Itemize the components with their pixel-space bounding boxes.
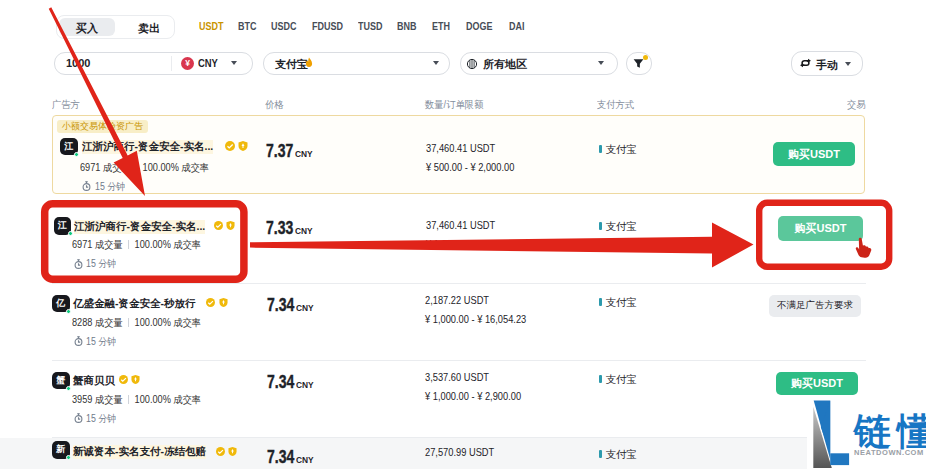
svg-text:NEATDOWN.COM: NEATDOWN.COM xyxy=(854,448,924,457)
svg-text:链懂: 链懂 xyxy=(852,411,926,452)
